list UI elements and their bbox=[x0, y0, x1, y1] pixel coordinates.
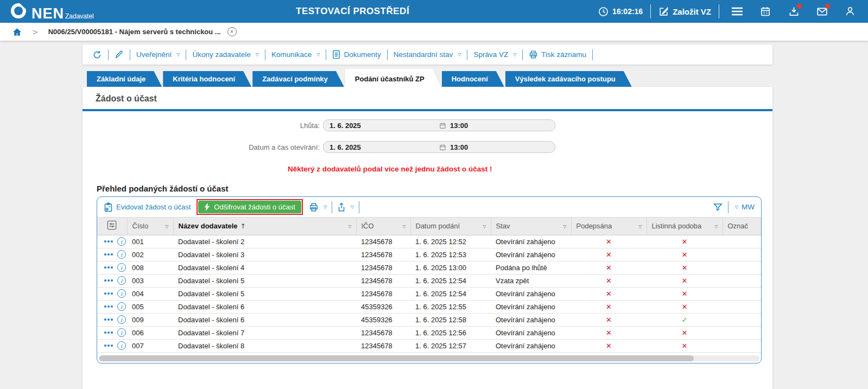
column-settings-header[interactable] bbox=[97, 218, 127, 235]
table-row[interactable]: i 003 Dodavatel - školení 5 12345678 1. … bbox=[97, 274, 761, 287]
info-icon[interactable]: i bbox=[117, 237, 126, 246]
toolbar-divider bbox=[387, 49, 388, 60]
close-icon[interactable]: ✕ bbox=[227, 27, 237, 36]
cell-oznac bbox=[723, 235, 761, 248]
column-header-nazev-dodavatele[interactable]: Název dodavatele↑ ▽ bbox=[173, 218, 356, 235]
breadcrumb-item[interactable]: N006/25/V00005181 - Nájem serverů s tech… bbox=[48, 28, 221, 36]
info-icon[interactable]: i bbox=[117, 315, 126, 324]
row-menu-icon[interactable] bbox=[104, 292, 113, 295]
toolbar-divider bbox=[332, 201, 332, 213]
edit-record-button[interactable] bbox=[115, 50, 124, 59]
calendar-button[interactable] bbox=[757, 3, 774, 20]
row-menu-icon[interactable] bbox=[104, 240, 113, 243]
toolbar-item-uverejneni[interactable]: Uveřejnění▽ bbox=[136, 50, 180, 59]
column-settings-icon bbox=[107, 220, 117, 230]
column-header-ico[interactable]: IČO ▽ bbox=[356, 218, 410, 235]
info-icon[interactable]: i bbox=[117, 341, 126, 350]
chevron-down-icon: ▽ bbox=[458, 52, 461, 57]
row-menu-icon[interactable] bbox=[104, 253, 113, 256]
toolbar-item-ukony-zadavatele[interactable]: Úkony zadavatele▽ bbox=[192, 50, 258, 59]
toolbar-item-nestandardni-stav[interactable]: Nestandardní stav▽ bbox=[394, 50, 461, 59]
horizontal-scrollbar-thumb[interactable] bbox=[99, 355, 694, 361]
deadline-field[interactable]: 1. 6. 2025 13:00 bbox=[323, 119, 555, 131]
table-row[interactable]: i 006 Dodavatel - školení 7 12345678 1. … bbox=[97, 326, 761, 339]
filter-caret-icon[interactable]: ▽ bbox=[483, 224, 486, 228]
export-grid-button[interactable]: ▽ bbox=[337, 202, 354, 212]
refresh-button[interactable] bbox=[92, 50, 102, 60]
table-row[interactable]: i 005 Dodavatel - školení 6 45359326 1. … bbox=[97, 300, 761, 313]
info-icon[interactable]: i bbox=[117, 250, 126, 259]
toolbar-divider bbox=[108, 49, 109, 60]
table-row[interactable]: i 001 Dodavatel - školení 2 12345678 1. … bbox=[97, 235, 761, 248]
opening-date-value[interactable]: 1. 6. 2025 bbox=[324, 143, 439, 151]
home-button[interactable] bbox=[12, 27, 22, 37]
filter-caret-icon[interactable]: ▽ bbox=[563, 224, 566, 228]
table-row[interactable]: i 007 Dodavatel - školení 8 12345678 1. … bbox=[97, 339, 761, 352]
lightning-icon bbox=[204, 203, 210, 211]
column-header-cislo[interactable]: Číslo ▽ bbox=[127, 218, 173, 235]
cell-nazev: Dodavatel - školení 5 bbox=[173, 274, 356, 287]
toolbar-item-sprava-vz[interactable]: Správa VZ▽ bbox=[473, 50, 516, 59]
cell-nazev: Dodavatel - školení 6 bbox=[173, 300, 356, 313]
decrypt-requests-button[interactable]: Odšifrovat žádosti o účast bbox=[198, 201, 301, 213]
row-menu-icon[interactable] bbox=[104, 318, 113, 321]
toolbar-item-dokumenty[interactable]: Dokumenty bbox=[332, 50, 381, 59]
menu-button[interactable] bbox=[729, 3, 745, 20]
row-menu-icon[interactable] bbox=[104, 345, 113, 347]
column-header-listinna-podoba[interactable]: Listinná podoba ▽ bbox=[647, 218, 723, 235]
filter-caret-icon[interactable]: ▽ bbox=[714, 224, 718, 228]
horizontal-scrollbar-track[interactable] bbox=[99, 355, 759, 361]
filter-button[interactable] bbox=[713, 202, 723, 212]
deadline-date-value[interactable]: 1. 6. 2025 bbox=[324, 122, 439, 130]
info-icon[interactable]: i bbox=[117, 263, 126, 272]
row-menu-icon[interactable] bbox=[104, 266, 113, 269]
deadline-time-value[interactable]: 13:00 bbox=[450, 122, 468, 130]
evidovat-zadost-button[interactable]: Evidovat žádost o účast bbox=[104, 202, 191, 212]
nen-logo[interactable]: NEN Zadavatel bbox=[10, 2, 94, 21]
table-row[interactable]: i 008 Dodavatel - školení 4 12345678 1. … bbox=[97, 261, 761, 274]
chevron-down-icon: ▽ bbox=[316, 52, 320, 57]
opening-time-value[interactable]: 13:00 bbox=[450, 143, 468, 151]
filter-caret-icon[interactable]: ▽ bbox=[165, 224, 168, 228]
toolbar-item-tisk-zaznamu[interactable]: Tisk záznamu bbox=[529, 50, 586, 59]
cell-oznac bbox=[723, 274, 761, 287]
cell-actions: i bbox=[97, 339, 127, 352]
filter-caret-icon[interactable]: ▽ bbox=[348, 224, 351, 228]
column-header-oznac[interactable]: Označ bbox=[723, 218, 761, 235]
create-vz-button[interactable]: Založit VZ bbox=[658, 7, 711, 17]
column-header-podepsana[interactable]: Podepsána ▽ bbox=[571, 218, 647, 235]
toolbar-divider bbox=[467, 49, 467, 60]
tab-podani-ucastniku-zp[interactable]: Podání účastníků ZP bbox=[345, 69, 441, 87]
row-menu-icon[interactable] bbox=[104, 331, 113, 334]
info-icon[interactable]: i bbox=[117, 276, 126, 285]
profile-button[interactable] bbox=[842, 3, 858, 20]
downloads-button[interactable] bbox=[785, 3, 802, 20]
cell-ico: 12345678 bbox=[356, 326, 410, 339]
print-grid-button[interactable]: ▽ bbox=[309, 202, 327, 212]
toolbar-item-komunikace[interactable]: Komunikace▽ bbox=[271, 50, 320, 59]
row-menu-icon[interactable] bbox=[104, 279, 113, 282]
toolbar-divider bbox=[592, 49, 593, 60]
calendar-small-icon bbox=[439, 144, 446, 151]
tab-vysledek-zadavaciho-postupu[interactable]: Výsledek zadávacího postupu bbox=[505, 71, 632, 87]
tab-zadavaci-podminky[interactable]: Zadávací podmínky bbox=[252, 71, 344, 87]
tab-zakladni-udaje[interactable]: Základní údaje bbox=[87, 71, 162, 87]
column-header-stav[interactable]: Stav ▽ bbox=[491, 218, 571, 235]
table-row[interactable]: i 002 Dodavatel - školení 3 12345678 1. … bbox=[97, 248, 761, 261]
mw-view-button[interactable]: ▽ MW bbox=[733, 203, 755, 211]
cell-datum: 1. 6. 2025 12:58 bbox=[410, 313, 491, 326]
info-icon[interactable]: i bbox=[117, 328, 126, 337]
filter-caret-icon[interactable]: ▽ bbox=[402, 224, 406, 228]
row-menu-icon[interactable] bbox=[104, 305, 113, 308]
table-row[interactable]: i 004 Dodavatel - školení 5 12345678 1. … bbox=[97, 287, 761, 300]
table-row[interactable]: i 009 Dodavatel - školení 6 45359326 1. … bbox=[97, 313, 761, 326]
opening-field[interactable]: 1. 6. 2025 13:00 bbox=[323, 141, 555, 153]
calendar-small-icon bbox=[439, 122, 446, 129]
column-header-datum-podani[interactable]: Datum podání ▽ bbox=[410, 218, 491, 235]
tab-kriteria-hodnoceni[interactable]: Kritéria hodnocení bbox=[163, 71, 251, 87]
info-icon[interactable]: i bbox=[117, 302, 126, 311]
filter-caret-icon[interactable]: ▽ bbox=[638, 224, 642, 228]
tab-hodnoceni[interactable]: Hodnocení bbox=[442, 71, 504, 87]
messages-button[interactable] bbox=[814, 3, 830, 20]
info-icon[interactable]: i bbox=[117, 289, 126, 298]
